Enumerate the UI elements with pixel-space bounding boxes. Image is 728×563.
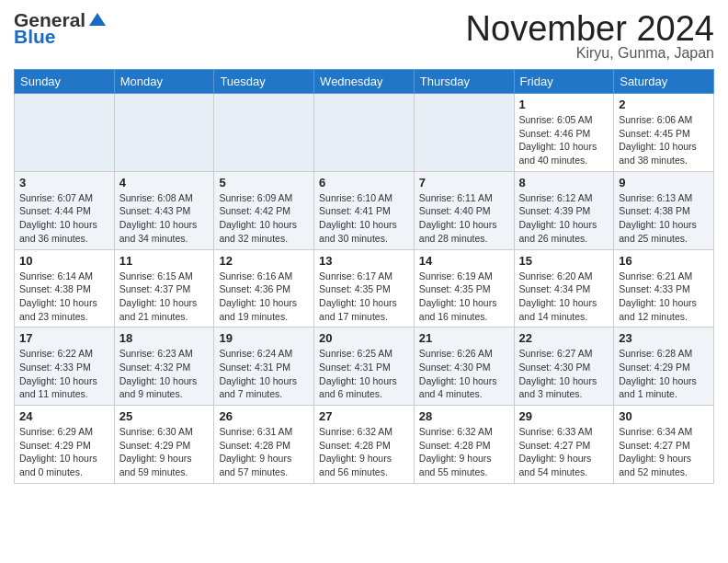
day-number: 22: [519, 331, 609, 345]
calendar-cell: 29Sunrise: 6:33 AM Sunset: 4:27 PM Dayli…: [514, 406, 614, 484]
calendar-cell: 25Sunrise: 6:30 AM Sunset: 4:29 PM Dayli…: [114, 406, 214, 484]
day-number: 10: [19, 254, 109, 268]
calendar-cell: 17Sunrise: 6:22 AM Sunset: 4:33 PM Dayli…: [15, 327, 115, 406]
col-saturday: Saturday: [614, 70, 714, 94]
col-thursday: Thursday: [414, 70, 514, 94]
calendar-cell: 2Sunrise: 6:06 AM Sunset: 4:45 PM Daylig…: [614, 94, 714, 172]
calendar-cell: [214, 94, 314, 172]
day-info: Sunrise: 6:28 AM Sunset: 4:29 PM Dayligh…: [619, 347, 709, 401]
calendar-cell: 23Sunrise: 6:28 AM Sunset: 4:29 PM Dayli…: [614, 327, 714, 406]
day-number: 14: [419, 254, 509, 268]
day-info: Sunrise: 6:29 AM Sunset: 4:29 PM Dayligh…: [19, 425, 109, 479]
calendar-cell: 12Sunrise: 6:16 AM Sunset: 4:36 PM Dayli…: [214, 249, 314, 327]
day-number: 30: [619, 409, 709, 423]
day-info: Sunrise: 6:19 AM Sunset: 4:35 PM Dayligh…: [419, 270, 509, 324]
day-info: Sunrise: 6:05 AM Sunset: 4:46 PM Dayligh…: [519, 113, 609, 167]
calendar-cell: [414, 94, 514, 172]
calendar-cell: 5Sunrise: 6:09 AM Sunset: 4:42 PM Daylig…: [214, 171, 314, 249]
day-number: 11: [119, 254, 210, 268]
title-section: November 2024 Kiryu, Gunma, Japan: [466, 9, 714, 62]
calendar-cell: 28Sunrise: 6:32 AM Sunset: 4:28 PM Dayli…: [414, 406, 514, 484]
calendar-cell: 13Sunrise: 6:17 AM Sunset: 4:35 PM Dayli…: [314, 249, 415, 327]
day-number: 29: [519, 409, 609, 423]
day-number: 7: [419, 176, 509, 190]
day-info: Sunrise: 6:25 AM Sunset: 4:31 PM Dayligh…: [319, 347, 409, 401]
day-info: Sunrise: 6:07 AM Sunset: 4:44 PM Dayligh…: [19, 191, 109, 246]
day-number: 23: [619, 331, 709, 345]
month-title: November 2024: [466, 9, 714, 49]
page-container: General Blue November 2024 Kiryu, Gunma,…: [0, 0, 728, 493]
day-number: 27: [319, 409, 409, 423]
day-info: Sunrise: 6:08 AM Sunset: 4:43 PM Dayligh…: [119, 191, 210, 246]
day-info: Sunrise: 6:21 AM Sunset: 4:33 PM Dayligh…: [619, 270, 709, 324]
day-info: Sunrise: 6:10 AM Sunset: 4:41 PM Dayligh…: [319, 191, 409, 246]
calendar-week-4: 24Sunrise: 6:29 AM Sunset: 4:29 PM Dayli…: [15, 406, 714, 484]
day-info: Sunrise: 6:34 AM Sunset: 4:27 PM Dayligh…: [619, 425, 709, 479]
logo-triangle-icon: [89, 11, 106, 28]
day-number: 1: [519, 98, 609, 111]
calendar-cell: 14Sunrise: 6:19 AM Sunset: 4:35 PM Dayli…: [414, 249, 514, 327]
calendar-cell: 8Sunrise: 6:12 AM Sunset: 4:39 PM Daylig…: [514, 171, 614, 249]
day-info: Sunrise: 6:20 AM Sunset: 4:34 PM Dayligh…: [519, 270, 609, 324]
day-number: 13: [319, 254, 409, 268]
day-info: Sunrise: 6:33 AM Sunset: 4:27 PM Dayligh…: [519, 425, 609, 479]
logo-blue: Blue: [14, 26, 56, 48]
calendar-cell: 21Sunrise: 6:26 AM Sunset: 4:30 PM Dayli…: [414, 327, 514, 406]
day-number: 15: [519, 254, 609, 268]
calendar-cell: 20Sunrise: 6:25 AM Sunset: 4:31 PM Dayli…: [314, 327, 415, 406]
col-wednesday: Wednesday: [314, 70, 415, 94]
calendar-cell: 18Sunrise: 6:23 AM Sunset: 4:32 PM Dayli…: [114, 327, 214, 406]
calendar-cell: 19Sunrise: 6:24 AM Sunset: 4:31 PM Dayli…: [214, 327, 314, 406]
day-info: Sunrise: 6:15 AM Sunset: 4:37 PM Dayligh…: [119, 270, 210, 324]
day-info: Sunrise: 6:31 AM Sunset: 4:28 PM Dayligh…: [219, 425, 309, 479]
day-number: 9: [619, 176, 709, 190]
col-tuesday: Tuesday: [214, 70, 314, 94]
day-number: 2: [619, 98, 709, 111]
day-info: Sunrise: 6:14 AM Sunset: 4:38 PM Dayligh…: [19, 270, 109, 324]
day-info: Sunrise: 6:16 AM Sunset: 4:36 PM Dayligh…: [219, 270, 309, 324]
col-friday: Friday: [514, 70, 614, 94]
day-number: 4: [119, 176, 210, 190]
calendar-table: Sunday Monday Tuesday Wednesday Thursday…: [14, 69, 714, 484]
calendar-cell: 9Sunrise: 6:13 AM Sunset: 4:38 PM Daylig…: [614, 171, 714, 249]
calendar-cell: [114, 94, 214, 172]
logo: General Blue: [14, 9, 106, 48]
calendar-week-2: 10Sunrise: 6:14 AM Sunset: 4:38 PM Dayli…: [15, 249, 714, 327]
calendar-cell: 15Sunrise: 6:20 AM Sunset: 4:34 PM Dayli…: [514, 249, 614, 327]
header: General Blue November 2024 Kiryu, Gunma,…: [14, 9, 714, 62]
calendar-cell: 22Sunrise: 6:27 AM Sunset: 4:30 PM Dayli…: [514, 327, 614, 406]
calendar-cell: 7Sunrise: 6:11 AM Sunset: 4:40 PM Daylig…: [414, 171, 514, 249]
day-info: Sunrise: 6:32 AM Sunset: 4:28 PM Dayligh…: [419, 425, 509, 479]
day-number: 17: [19, 331, 109, 345]
calendar-week-1: 3Sunrise: 6:07 AM Sunset: 4:44 PM Daylig…: [15, 171, 714, 249]
day-number: 5: [219, 176, 309, 190]
col-monday: Monday: [114, 70, 214, 94]
day-info: Sunrise: 6:06 AM Sunset: 4:45 PM Dayligh…: [619, 113, 709, 167]
day-number: 21: [419, 331, 509, 345]
col-sunday: Sunday: [15, 70, 115, 94]
day-info: Sunrise: 6:24 AM Sunset: 4:31 PM Dayligh…: [219, 347, 309, 401]
calendar-cell: 24Sunrise: 6:29 AM Sunset: 4:29 PM Dayli…: [15, 406, 115, 484]
day-info: Sunrise: 6:30 AM Sunset: 4:29 PM Dayligh…: [119, 425, 210, 479]
day-number: 12: [219, 254, 309, 268]
day-info: Sunrise: 6:22 AM Sunset: 4:33 PM Dayligh…: [19, 347, 109, 401]
day-number: 8: [519, 176, 609, 190]
calendar-cell: 10Sunrise: 6:14 AM Sunset: 4:38 PM Dayli…: [15, 249, 115, 327]
day-info: Sunrise: 6:27 AM Sunset: 4:30 PM Dayligh…: [519, 347, 609, 401]
calendar-cell: 11Sunrise: 6:15 AM Sunset: 4:37 PM Dayli…: [114, 249, 214, 327]
calendar-week-3: 17Sunrise: 6:22 AM Sunset: 4:33 PM Dayli…: [15, 327, 714, 406]
calendar-header-row: Sunday Monday Tuesday Wednesday Thursday…: [15, 70, 714, 94]
day-info: Sunrise: 6:23 AM Sunset: 4:32 PM Dayligh…: [119, 347, 210, 401]
day-info: Sunrise: 6:32 AM Sunset: 4:28 PM Dayligh…: [319, 425, 409, 479]
day-info: Sunrise: 6:17 AM Sunset: 4:35 PM Dayligh…: [319, 270, 409, 324]
day-number: 24: [19, 409, 109, 423]
calendar-cell: [314, 94, 415, 172]
calendar-cell: [15, 94, 115, 172]
calendar-cell: 3Sunrise: 6:07 AM Sunset: 4:44 PM Daylig…: [15, 171, 115, 249]
day-number: 18: [119, 331, 210, 345]
calendar-cell: 27Sunrise: 6:32 AM Sunset: 4:28 PM Dayli…: [314, 406, 415, 484]
day-number: 3: [19, 176, 109, 190]
calendar-cell: 1Sunrise: 6:05 AM Sunset: 4:46 PM Daylig…: [514, 94, 614, 172]
calendar-cell: 16Sunrise: 6:21 AM Sunset: 4:33 PM Dayli…: [614, 249, 714, 327]
day-number: 28: [419, 409, 509, 423]
